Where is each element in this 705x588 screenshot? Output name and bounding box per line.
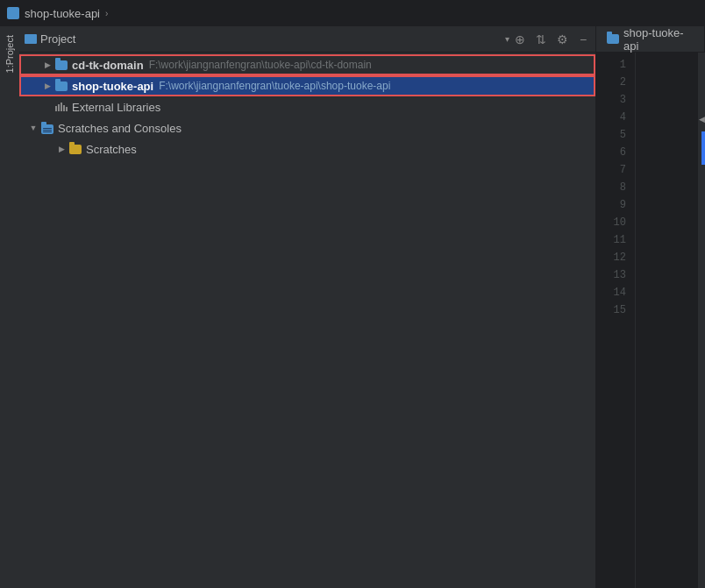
tree-label-scratches: Scratches bbox=[86, 143, 137, 156]
tab-module-icon bbox=[607, 34, 619, 44]
panel-folder-icon bbox=[25, 34, 37, 44]
title-bar-text: shop-tuoke-api bbox=[25, 7, 100, 20]
line-num-12: 12 bbox=[596, 249, 626, 266]
vertical-tab-label[interactable]: 1:Project bbox=[3, 30, 17, 78]
panel-toolbar: Project ▾ ⊕ ⇅ ⚙ − bbox=[19, 26, 595, 53]
editor-tab-bar: shop-tuoke-api bbox=[596, 26, 705, 53]
editor-scroll-marker bbox=[701, 131, 705, 165]
split-button[interactable]: ⇅ bbox=[534, 32, 548, 46]
line-num-15: 15 bbox=[596, 301, 626, 319]
tree-item-scratches-and-consoles[interactable]: ▼ Scratches and Consoles bbox=[19, 117, 595, 138]
line-num-11: 11 bbox=[596, 231, 626, 249]
gear-button[interactable]: ⚙ bbox=[555, 32, 569, 46]
line-num-8: 8 bbox=[596, 179, 626, 196]
line-num-5: 5 bbox=[596, 126, 626, 144]
tree-path-shop-tuoke-api: F:\work\jiangnanfengran\tuoke-api\shop-t… bbox=[159, 80, 390, 92]
project-panel: Project ▾ ⊕ ⇅ ⚙ − ▶ cd-tk-domain F:\work… bbox=[19, 26, 596, 588]
tree-arrow-scratches[interactable]: ▶ bbox=[54, 142, 68, 156]
line-num-1: 1 bbox=[596, 56, 626, 74]
minimize-button[interactable]: − bbox=[576, 32, 590, 46]
scroll-arrow-left: ◀ bbox=[698, 112, 705, 126]
tree-label-shop-tuoke-api: shop-tuoke-api bbox=[72, 80, 153, 93]
line-num-14: 14 bbox=[596, 284, 626, 301]
tree-item-shop-tuoke-api[interactable]: ▶ shop-tuoke-api F:\work\jiangnanfengran… bbox=[19, 75, 595, 96]
title-bar: shop-tuoke-api › bbox=[0, 0, 705, 26]
tree-arrow-shop-tuoke-api[interactable]: ▶ bbox=[40, 79, 54, 93]
line-num-9: 9 bbox=[596, 196, 626, 214]
tree-label-external-libraries: External Libraries bbox=[72, 101, 160, 114]
tab-label: shop-tuoke-api bbox=[623, 26, 694, 53]
tree-label-scratches-and-consoles: Scratches and Consoles bbox=[58, 122, 182, 135]
project-tree: ▶ cd-tk-domain F:\work\jiangnanfengran\t… bbox=[19, 53, 595, 588]
main-area: 1:Project Project ▾ ⊕ ⇅ ⚙ − ▶ bbox=[0, 26, 705, 588]
line-num-2: 2 bbox=[596, 74, 626, 91]
line-num-13: 13 bbox=[596, 266, 626, 284]
globe-button[interactable]: ⊕ bbox=[513, 32, 527, 46]
title-bar-icon bbox=[7, 7, 19, 19]
tree-item-external-libraries[interactable]: ▶ External Libraries bbox=[19, 96, 595, 117]
editor-panel: shop-tuoke-api 1 2 3 4 5 6 7 8 9 10 11 1… bbox=[596, 26, 705, 588]
module-icon-cd-tk-domain bbox=[54, 58, 68, 72]
editor-body: 1 2 3 4 5 6 7 8 9 10 11 12 13 14 15 bbox=[596, 53, 705, 588]
title-bar-chevron: › bbox=[105, 9, 108, 18]
extlib-icon bbox=[54, 100, 68, 114]
line-num-7: 7 bbox=[596, 161, 626, 179]
scratches-folder-icon bbox=[40, 121, 54, 135]
tree-arrow-scratches-and-consoles[interactable]: ▼ bbox=[26, 121, 40, 135]
line-numbers-gutter: 1 2 3 4 5 6 7 8 9 10 11 12 13 14 15 bbox=[596, 53, 636, 588]
line-num-3: 3 bbox=[596, 91, 626, 109]
tree-arrow-cd-tk-domain[interactable]: ▶ bbox=[40, 58, 54, 72]
tree-label-cd-tk-domain: cd-tk-domain bbox=[72, 59, 144, 72]
folder-icon-scratches bbox=[68, 142, 82, 156]
vertical-tab[interactable]: 1:Project bbox=[0, 26, 19, 588]
right-edge-panel: ◀ bbox=[698, 53, 705, 588]
line-num-10: 10 bbox=[596, 214, 626, 231]
tree-item-cd-tk-domain[interactable]: ▶ cd-tk-domain F:\work\jiangnanfengran\t… bbox=[19, 54, 595, 75]
tree-path-cd-tk-domain: F:\work\jiangnanfengran\tuoke-api\cd-tk-… bbox=[149, 59, 372, 71]
editor-code-area[interactable] bbox=[636, 53, 698, 588]
toolbar-actions: ⊕ ⇅ ⚙ − bbox=[513, 32, 590, 46]
panel-title: Project bbox=[40, 32, 502, 46]
tree-item-scratches[interactable]: ▶ Scratches bbox=[19, 138, 595, 159]
module-icon-shop-tuoke-api bbox=[54, 79, 68, 93]
line-num-6: 6 bbox=[596, 144, 626, 161]
editor-tab-shop-tuoke-api[interactable]: shop-tuoke-api bbox=[596, 26, 705, 52]
panel-chevron[interactable]: ▾ bbox=[505, 34, 509, 44]
line-num-4: 4 bbox=[596, 109, 626, 126]
